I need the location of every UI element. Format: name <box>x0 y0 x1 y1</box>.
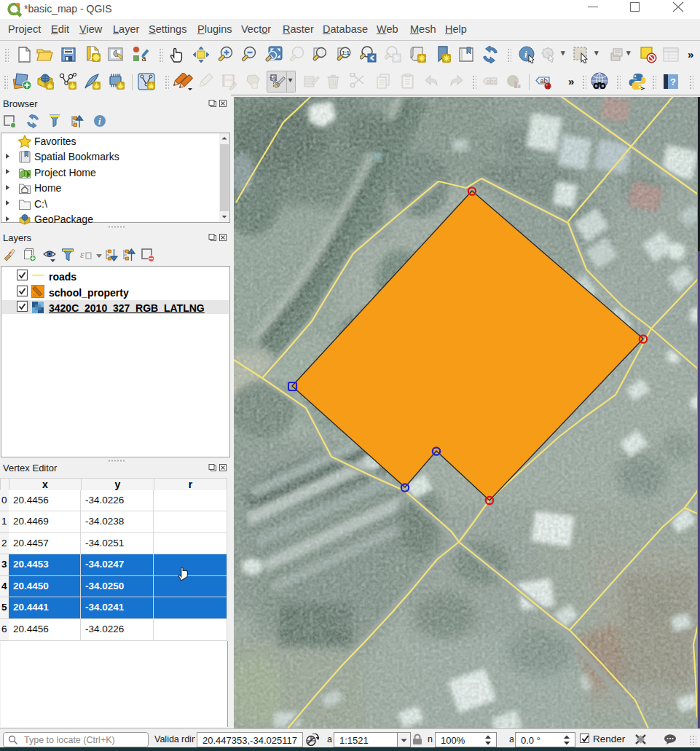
svg-text:abc: abc <box>487 78 497 85</box>
svg-text:a: a <box>142 54 146 63</box>
svg-text:?: ? <box>670 76 676 87</box>
svg-text:ε: ε <box>80 249 84 260</box>
svg-text:i: i <box>524 49 527 60</box>
svg-text:1:1: 1:1 <box>342 50 350 55</box>
